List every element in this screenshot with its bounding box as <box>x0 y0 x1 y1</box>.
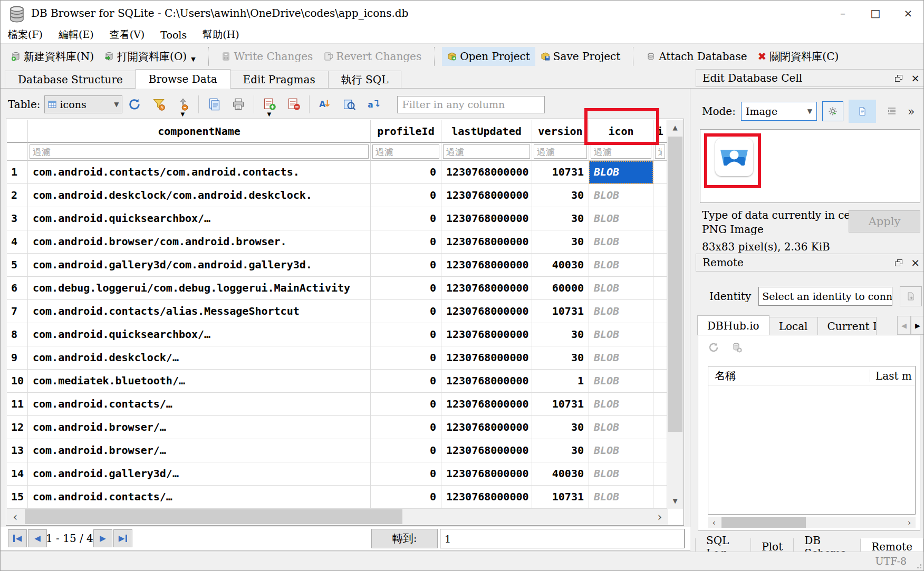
cell-version[interactable]: 30 <box>532 416 589 439</box>
title-bar[interactable]: DB Browser for SQLite - C:\Users\awinh\O… <box>1 1 924 26</box>
goto-button[interactable]: 轉到: <box>371 529 438 548</box>
cell-icon[interactable]: BLOB <box>589 300 653 323</box>
column-header-icon[interactable]: icon <box>589 120 653 143</box>
column-header-profileId[interactable]: profileId <box>371 120 441 143</box>
cell-componentName[interactable]: com.android.contacts/… <box>28 393 371 416</box>
column-header-componentName[interactable]: componentName <box>28 120 371 143</box>
row-number[interactable]: 13 <box>7 439 28 462</box>
open-database-dropdown-icon[interactable]: ▼ <box>191 56 195 64</box>
cell-componentName[interactable]: com.mediatek.bluetooth/… <box>28 370 371 393</box>
row-number[interactable]: 6 <box>7 277 28 300</box>
cell-componentName[interactable]: com.android.browser/… <box>28 439 371 462</box>
remote-clone-database-icon[interactable] <box>731 342 743 353</box>
scroll-left-icon[interactable]: ‹ <box>708 517 720 528</box>
row-number[interactable]: 11 <box>7 393 28 416</box>
row-number[interactable]: 2 <box>7 184 28 207</box>
column-header-last-modified[interactable]: Last m <box>870 370 915 382</box>
table-select[interactable]: icons ▼ <box>44 95 122 113</box>
cell-version[interactable]: 10731 <box>532 300 589 323</box>
cell-extra[interactable] <box>653 462 667 486</box>
filter-input-lastUpdated[interactable] <box>443 144 530 159</box>
close-database-button[interactable]: ✖ 關閉資料庫(C) <box>753 46 844 67</box>
cell-version[interactable]: 30 <box>532 207 589 230</box>
cell-profileId[interactable]: 0 <box>371 161 441 184</box>
menu-file[interactable]: 檔案(F) <box>8 28 43 42</box>
grid-corner[interactable] <box>7 120 28 143</box>
tab-execute-sql[interactable]: 執行 SQL <box>328 71 402 88</box>
cell-extra[interactable] <box>653 416 667 439</box>
remote-database-list[interactable]: 名稱 Last m <box>708 366 916 515</box>
cell-profileId[interactable]: 0 <box>371 254 441 277</box>
cell-lastUpdated[interactable]: 1230768000000 <box>441 462 532 486</box>
cell-icon[interactable]: BLOB <box>589 277 653 300</box>
maximize-button[interactable]: □ <box>859 1 892 26</box>
revert-changes-button[interactable]: Revert Changes <box>318 47 427 66</box>
tab-scroll-left-icon[interactable]: ◀ <box>897 316 911 335</box>
last-page-button[interactable]: ▶ <box>113 529 132 547</box>
cell-version[interactable]: 30 <box>532 439 589 462</box>
cell-profileId[interactable]: 0 <box>371 393 441 416</box>
filter-any-column-input[interactable] <box>397 96 545 113</box>
close-button[interactable]: × <box>892 1 924 26</box>
cell-profileId[interactable]: 0 <box>371 486 441 509</box>
cell-componentName[interactable]: com.android.gallery3d/com.android.galler… <box>28 254 371 277</box>
cell-extra[interactable] <box>653 277 667 300</box>
cell-version[interactable]: 40030 <box>532 462 589 486</box>
cell-lastUpdated[interactable]: 1230768000000 <box>441 416 532 439</box>
cell-icon[interactable]: BLOB <box>589 370 653 393</box>
cell-lastUpdated[interactable]: 1230768000000 <box>441 346 532 370</box>
replace-icon[interactable]: a <box>367 98 380 111</box>
cell-lastUpdated[interactable]: 1230768000000 <box>441 254 532 277</box>
column-header-extra[interactable]: i <box>653 120 667 143</box>
close-panel-icon[interactable]: × <box>911 73 920 83</box>
resize-grip[interactable] <box>915 562 921 568</box>
apply-button[interactable]: Apply <box>849 210 920 233</box>
row-number[interactable]: 4 <box>7 230 28 254</box>
row-number[interactable]: 14 <box>7 462 28 486</box>
tab-scroll-right-icon[interactable]: ▶ <box>911 316 924 335</box>
scroll-left-icon[interactable]: ‹ <box>7 509 24 525</box>
cell-extra[interactable] <box>653 300 667 323</box>
cell-componentName[interactable]: com.android.contacts/alias.MessageShortc… <box>28 300 371 323</box>
cell-extra[interactable] <box>653 486 667 509</box>
delete-record-icon[interactable] <box>287 98 301 111</box>
cell-profileId[interactable]: 0 <box>371 184 441 207</box>
first-page-button[interactable]: ◀ <box>8 529 27 547</box>
scroll-up-icon[interactable]: ▲ <box>667 120 683 136</box>
close-panel-icon[interactable]: × <box>911 257 920 268</box>
insert-record-icon[interactable]: ▼ <box>263 98 276 111</box>
column-header-name[interactable]: 名稱 <box>708 369 870 383</box>
menu-help[interactable]: 幫助(H) <box>203 28 239 42</box>
row-number[interactable]: 3 <box>7 207 28 230</box>
cell-version[interactable]: 10731 <box>532 161 589 184</box>
table-vertical-scrollbar[interactable]: ▲ ▼ <box>667 120 683 509</box>
horizontal-scroll-thumb[interactable] <box>25 509 402 524</box>
scroll-down-icon[interactable]: ▼ <box>667 493 683 509</box>
cell-icon[interactable]: BLOB <box>589 230 653 254</box>
row-number[interactable]: 7 <box>7 300 28 323</box>
cell-icon[interactable]: BLOB <box>589 393 653 416</box>
cell-lastUpdated[interactable]: 1230768000000 <box>441 184 532 207</box>
edit-cell-title-bar[interactable]: Edit Database Cell × <box>696 69 924 87</box>
filter-input-componentName[interactable] <box>30 144 369 159</box>
text-mode-button[interactable] <box>849 100 876 123</box>
row-number[interactable]: 8 <box>7 323 28 346</box>
new-database-button[interactable]: 新建資料庫(N) <box>6 46 99 67</box>
previous-page-button[interactable]: ◀ <box>28 529 47 547</box>
cell-componentName[interactable]: com.android.contacts/com.android.contact… <box>28 161 371 184</box>
more-options-button[interactable]: » <box>908 105 913 118</box>
cell-icon[interactable]: BLOB <box>589 486 653 509</box>
cell-profileId[interactable]: 0 <box>371 346 441 370</box>
cell-lastUpdated[interactable]: 1230768000000 <box>441 393 532 416</box>
cell-version[interactable]: 30 <box>532 230 589 254</box>
auto-apply-button[interactable] <box>822 101 843 121</box>
sort-dropdown-icon[interactable]: ▼ <box>180 111 185 117</box>
row-number[interactable]: 1 <box>7 161 28 184</box>
cell-profileId[interactable]: 0 <box>371 370 441 393</box>
mode-select[interactable]: Image ▼ <box>741 102 817 121</box>
float-panel-icon[interactable] <box>895 259 902 266</box>
cell-icon[interactable]: BLOB <box>589 416 653 439</box>
column-header-lastUpdated[interactable]: lastUpdated <box>441 120 532 143</box>
clear-sort-icon[interactable]: ▼ <box>176 98 190 111</box>
tab-browse-data[interactable]: Browse Data <box>136 69 230 89</box>
